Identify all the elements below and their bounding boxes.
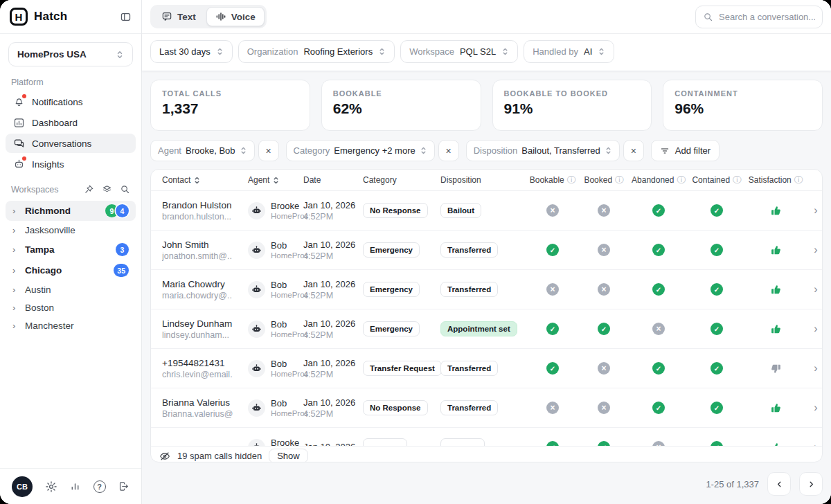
search-icon: [703, 12, 713, 22]
unread-badge: 3: [116, 243, 129, 256]
user-avatar[interactable]: CB: [12, 476, 33, 497]
robot-avatar-icon: [248, 439, 265, 447]
sidebar-item-manchester[interactable]: › Manchester: [6, 317, 136, 334]
conversation-search[interactable]: [695, 6, 823, 28]
show-spam-button[interactable]: Show: [269, 449, 308, 462]
table-row[interactable]: Maria Chowdry maria.chowdry@.. Bob HomeP…: [151, 270, 822, 309]
row-chevron-icon[interactable]: ›: [806, 441, 822, 446]
info-icon[interactable]: ⓘ: [794, 174, 803, 186]
remove-chip-button[interactable]: ×: [438, 140, 459, 161]
tab-voice[interactable]: Voice: [206, 7, 265, 26]
category-cell: Emergency: [363, 242, 440, 258]
pin-icon[interactable]: [84, 184, 94, 195]
sidebar-item-chicago[interactable]: › Chicago 35: [6, 260, 136, 280]
bell-icon: [12, 96, 25, 108]
chip-category[interactable]: Category Emergency +2 more: [286, 140, 435, 161]
filter-value: PQL S2L: [460, 46, 496, 57]
row-chevron-icon[interactable]: ›: [806, 362, 822, 375]
check-circle-icon: ✓: [598, 441, 610, 446]
sidebar-item-notifications[interactable]: Notifications: [6, 92, 136, 111]
search-icon[interactable]: [120, 184, 130, 195]
row-chevron-icon[interactable]: ›: [806, 323, 822, 335]
date-cell: Jan 10, 2026 4:52PM: [303, 240, 363, 261]
workspace-badges: 35: [114, 264, 129, 277]
sidebar-item-boston[interactable]: › Boston: [6, 299, 136, 316]
chip-agent[interactable]: Agent Brooke, Bob: [150, 140, 255, 161]
cross-circle-icon: ×: [546, 204, 559, 217]
usage-bars-icon[interactable]: [69, 480, 81, 492]
row-chevron-icon[interactable]: ›: [806, 244, 822, 256]
sort-icon[interactable]: [272, 176, 280, 185]
sidebar-item-conversations[interactable]: Conversations: [6, 134, 136, 153]
contained-cell: ✓: [688, 204, 745, 217]
chevron-right-icon[interactable]: ›: [12, 225, 19, 235]
robot-avatar-icon: [248, 360, 265, 377]
filter-chips-row: Agent Brooke, Bob × Category Emergency +…: [150, 140, 823, 161]
column-label: Category: [363, 175, 397, 185]
contact-email: Brianna.valerius@: [162, 409, 248, 419]
collapse-sidebar-button[interactable]: [120, 11, 132, 23]
info-icon[interactable]: ⓘ: [567, 174, 576, 186]
satisfaction-cell: [745, 363, 806, 375]
sort-icon[interactable]: [193, 176, 201, 185]
sidebar-item-jasksonville[interactable]: › Jasksonville: [6, 222, 136, 239]
booked-cell: ×: [579, 362, 629, 375]
satisfaction-cell: [745, 284, 806, 296]
table-row[interactable]: Lindsey Dunham lindsey.dunham... Bob Hom…: [151, 309, 822, 349]
column-header-contact[interactable]: Contact: [162, 175, 248, 185]
layers-icon[interactable]: [102, 184, 112, 195]
chevron-right-icon[interactable]: ›: [12, 265, 19, 276]
filter-chip-group: Agent Brooke, Bob ×: [150, 140, 279, 161]
chevron-right-icon[interactable]: ›: [12, 206, 19, 216]
filter-dropdown-2[interactable]: WorkspacePQL S2L: [400, 40, 518, 63]
call-time: 4:52PM: [303, 212, 363, 222]
sidebar-item-tampa[interactable]: › Tampa 3: [6, 240, 136, 260]
info-icon[interactable]: ⓘ: [615, 174, 624, 186]
satisfaction-cell: [745, 244, 806, 256]
table-row[interactable]: Brooke HomePros Jan 10, 2026 ✓ ✓ × ✓ ›: [151, 428, 822, 446]
bookable-cell: ×: [526, 283, 579, 296]
call-date: Jan 10, 2026: [303, 358, 363, 368]
table-row[interactable]: Brandon Hulston brandon.hulston... Brook…: [151, 191, 822, 231]
chip-disposition[interactable]: Disposition Bailout, Transferred: [466, 140, 620, 161]
platform-section-label: Platform: [0, 68, 141, 91]
help-icon[interactable]: ?: [93, 480, 106, 493]
remove-chip-button[interactable]: ×: [258, 140, 279, 161]
check-circle-icon: ✓: [546, 323, 559, 335]
settings-gear-icon[interactable]: [45, 480, 57, 493]
column-header-agent[interactable]: Agent: [248, 175, 303, 185]
chevron-right-icon[interactable]: ›: [12, 285, 19, 295]
filter-dropdown-3[interactable]: Handled byAI: [524, 40, 614, 63]
contact-name: +19544821431: [162, 358, 248, 368]
disposition-cell: Bailout: [440, 203, 526, 218]
hatch-logo-icon: H: [10, 8, 28, 26]
logout-icon[interactable]: [118, 480, 129, 492]
remove-chip-button[interactable]: ×: [623, 140, 644, 161]
tab-text[interactable]: Text: [152, 7, 205, 26]
chevron-right-icon[interactable]: ›: [12, 321, 19, 331]
org-selector[interactable]: HomePros USA: [8, 42, 133, 66]
call-time: 4:52PM: [303, 251, 363, 261]
filter-dropdown-0[interactable]: Last 30 days: [150, 40, 233, 63]
sidebar-item-insights[interactable]: Insights: [6, 154, 136, 174]
info-icon[interactable]: ⓘ: [677, 174, 686, 186]
next-page-button[interactable]: [799, 472, 823, 496]
column-label: Bookable: [530, 175, 564, 185]
sidebar-item-dashboard[interactable]: Dashboard: [6, 113, 136, 132]
check-circle-icon: ✓: [546, 362, 559, 375]
row-chevron-icon[interactable]: ›: [806, 283, 822, 296]
table-row[interactable]: Brianna Valerius Brianna.valerius@ Bob H…: [151, 388, 822, 428]
row-chevron-icon[interactable]: ›: [806, 402, 822, 414]
add-filter-button[interactable]: Add filter: [651, 140, 720, 161]
chevron-right-icon[interactable]: ›: [12, 244, 19, 255]
row-chevron-icon[interactable]: ›: [806, 204, 822, 217]
sidebar-item-richmond[interactable]: › Richmond 94: [6, 201, 136, 221]
prev-page-button[interactable]: [767, 472, 791, 496]
chevron-right-icon[interactable]: ›: [12, 303, 19, 313]
info-icon[interactable]: ⓘ: [733, 174, 742, 186]
search-input[interactable]: [719, 12, 815, 22]
table-row[interactable]: John Smith jonathon.smith@.. Bob HomePro…: [151, 231, 822, 270]
filter-dropdown-1[interactable]: OrganizationRoofing Exteriors: [238, 40, 395, 63]
sidebar-item-austin[interactable]: › Austin: [6, 281, 136, 298]
table-row[interactable]: +19544821431 chris.levin@email. Bob Home…: [151, 349, 822, 388]
